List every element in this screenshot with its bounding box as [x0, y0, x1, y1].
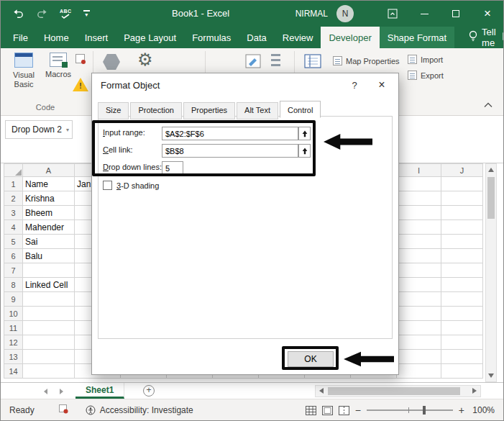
cell-a12[interactable]	[23, 335, 75, 350]
export-button[interactable]: Export	[408, 71, 444, 80]
scroll-right-icon[interactable]	[472, 388, 477, 394]
row-header-7[interactable]: 7	[4, 263, 23, 278]
cell-j11[interactable]	[441, 321, 483, 335]
maximize-button[interactable]	[440, 1, 472, 27]
design-mode-icon[interactable]	[245, 54, 261, 70]
cell-a1[interactable]: Name	[23, 177, 75, 191]
page-layout-view-icon[interactable]	[322, 406, 333, 415]
row-header-5[interactable]: 5	[4, 235, 23, 249]
name-box-dropdown-icon[interactable]: ▾	[66, 127, 69, 133]
cell-a6[interactable]: Balu	[23, 249, 75, 263]
ribbon-tab-file[interactable]: File	[5, 27, 36, 48]
collapse-ribbon-icon[interactable]	[484, 101, 492, 109]
ribbon-tab-home[interactable]: Home	[36, 27, 77, 48]
cell-j1[interactable]	[441, 177, 483, 191]
cell-i5[interactable]	[397, 235, 441, 249]
scroll-left-icon[interactable]	[319, 388, 324, 394]
cell-a10[interactable]	[23, 307, 75, 321]
cell-i7[interactable]	[397, 263, 441, 278]
cell-i13[interactable]	[397, 350, 441, 364]
source-icon[interactable]	[304, 54, 321, 70]
cell-i11[interactable]	[397, 321, 441, 335]
macro-record-status-icon[interactable]	[59, 404, 68, 416]
cell-i1[interactable]	[397, 177, 441, 191]
zoom-in-button[interactable]: +	[459, 404, 464, 416]
row-header-2[interactable]: 2	[4, 191, 23, 206]
dialog-help-button[interactable]: ?	[342, 80, 367, 91]
dialog-tab-properties[interactable]: Properties	[183, 102, 235, 119]
row-header-12[interactable]: 12	[4, 335, 23, 350]
ribbon-display-options-icon[interactable]	[377, 1, 408, 27]
cell-j12[interactable]	[441, 335, 483, 350]
horizontal-scrollbar[interactable]	[315, 385, 481, 397]
dialog-tab-protection[interactable]: Protection	[130, 102, 182, 119]
row-header-14[interactable]: 14	[4, 364, 23, 379]
macro-security-warning-icon[interactable]: !	[73, 78, 90, 92]
avatar[interactable]: N	[336, 5, 354, 22]
zoom-level[interactable]: 100%	[470, 405, 495, 415]
zoom-out-button[interactable]: −	[355, 404, 361, 416]
minimize-button[interactable]	[408, 1, 440, 27]
cell-a2[interactable]: Krishna	[23, 191, 75, 206]
spelling-icon[interactable]: ABC	[60, 9, 72, 19]
vertical-scroll-thumb[interactable]	[487, 177, 495, 219]
column-header-i[interactable]: I	[397, 164, 441, 177]
ribbon-tab-review[interactable]: Review	[275, 27, 321, 48]
row-header-13[interactable]: 13	[4, 350, 23, 364]
macros-button[interactable]: Macros	[42, 53, 74, 79]
close-button[interactable]: ×	[472, 1, 503, 27]
cell-a11[interactable]	[23, 321, 75, 335]
row-header-9[interactable]: 9	[4, 292, 23, 307]
cell-a9[interactable]	[23, 292, 75, 307]
column-header-a[interactable]: A	[23, 164, 75, 177]
cell-a13[interactable]	[23, 350, 75, 364]
cell-a14[interactable]	[23, 364, 75, 379]
3d-shading-checkbox[interactable]	[103, 181, 112, 190]
cell-j13[interactable]	[441, 350, 483, 364]
cell-a5[interactable]: Sai	[23, 235, 75, 249]
com-add-ins-gear-icon[interactable]: ⚙	[137, 51, 153, 68]
cell-j3[interactable]	[441, 206, 483, 220]
cell-i4[interactable]	[397, 220, 441, 235]
accessibility-status[interactable]: Accessibility: Investigate	[86, 405, 193, 415]
ribbon-tab-insert[interactable]: Insert	[77, 27, 116, 48]
redo-icon[interactable]	[36, 9, 48, 19]
tell-me-button[interactable]: Tell me	[463, 27, 502, 48]
ribbon-tab-data[interactable]: Data	[239, 27, 274, 48]
name-box[interactable]: Drop Down 2 ▾	[5, 120, 73, 139]
ribbon-tab-developer[interactable]: Developer	[321, 27, 379, 48]
cell-j4[interactable]	[441, 220, 483, 235]
cell-a7[interactable]	[23, 263, 75, 278]
cell-j9[interactable]	[441, 292, 483, 307]
row-header-1[interactable]: 1	[4, 177, 23, 191]
cell-i2[interactable]	[397, 191, 441, 206]
column-header-j[interactable]: J	[441, 164, 483, 177]
cell-j6[interactable]	[441, 249, 483, 263]
sheet-nav-right-icon[interactable]	[60, 389, 63, 394]
import-button[interactable]: Import	[408, 55, 443, 64]
cell-i8[interactable]	[397, 278, 441, 292]
new-sheet-button[interactable]: +	[143, 385, 155, 397]
cell-j2[interactable]	[441, 191, 483, 206]
cell-i3[interactable]	[397, 206, 441, 220]
dialog-tab-alt-text[interactable]: Alt Text	[237, 102, 278, 119]
cell-j10[interactable]	[441, 307, 483, 321]
ribbon-tab-formulas[interactable]: Formulas	[184, 27, 239, 48]
row-header-4[interactable]: 4	[4, 220, 23, 235]
cell-j8[interactable]	[441, 278, 483, 292]
row-header-8[interactable]: 8	[4, 278, 23, 292]
row-header-3[interactable]: 3	[4, 206, 23, 220]
page-break-view-icon[interactable]	[339, 406, 349, 415]
record-macro-icon[interactable]	[75, 54, 85, 63]
cell-j14[interactable]	[441, 364, 483, 379]
dialog-tab-size[interactable]: Size	[98, 102, 129, 119]
cell-i9[interactable]	[397, 292, 441, 307]
row-header-10[interactable]: 10	[4, 307, 23, 321]
horizontal-scroll-thumb[interactable]	[328, 387, 460, 395]
cell-i6[interactable]	[397, 249, 441, 263]
cell-j5[interactable]	[441, 235, 483, 249]
sheet-nav-left-icon[interactable]	[44, 389, 47, 394]
properties-view-code-stack[interactable]	[271, 54, 280, 69]
add-ins-icon[interactable]	[103, 54, 120, 70]
sheet-tab-sheet1[interactable]: Sheet1	[75, 383, 124, 399]
